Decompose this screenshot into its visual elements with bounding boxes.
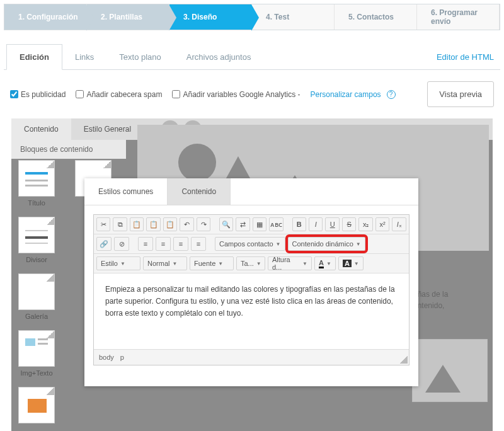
subtabs: Edición Links Texto plano Archivos adjun… xyxy=(4,44,500,70)
path-body[interactable]: body xyxy=(99,353,114,361)
help-icon[interactable]: ? xyxy=(387,90,396,99)
wizard-step-design[interactable]: 3. Diseño xyxy=(169,4,252,30)
block-divisor[interactable]: Divisor xyxy=(16,217,57,263)
check-es-publicidad-input[interactable] xyxy=(10,90,18,98)
bg-color-dropdown[interactable]: A▼ xyxy=(338,256,364,270)
link-personalizar-campos[interactable]: Personalizar campos xyxy=(311,90,381,99)
format-dropdown[interactable]: Normal▼ xyxy=(143,256,187,270)
subtab-texto-plano[interactable]: Texto plano xyxy=(106,45,174,69)
image-placeholder-small-icon xyxy=(412,339,488,402)
toolbar: ✂ ⧉ 📋 📋 📋 ↶ ↷ 🔍 ⇄ ▦ ᴀʙᴄ B I U S x₂ x² Iₓ… xyxy=(93,214,410,365)
wizard-step-templates[interactable]: 2. Plantillas xyxy=(87,4,169,30)
element-path: body p xyxy=(94,349,409,365)
options-row: Es publicidad Añadir cabecera spam Añadi… xyxy=(0,70,504,115)
editor-dialog: Estilos comunes Contenido ✂ ⧉ 📋 📋 📋 ↶ ↷ … xyxy=(84,178,418,386)
block-titulo[interactable]: Título xyxy=(16,160,57,207)
fuente-dropdown[interactable]: Fuente▼ xyxy=(190,256,234,270)
strike-icon[interactable]: S xyxy=(342,217,356,231)
wizard-step-config[interactable]: 1. Configuración xyxy=(4,4,87,30)
shell-tab-estilo[interactable]: Estilo General xyxy=(71,118,144,140)
link-editor-html[interactable]: Editor de HTML xyxy=(430,45,500,69)
paste-text-icon[interactable]: 📋 xyxy=(146,217,160,231)
italic-icon[interactable]: I xyxy=(309,217,323,231)
align-left-icon[interactable]: ≡ xyxy=(138,237,153,251)
clear-icon[interactable]: Iₓ xyxy=(392,217,406,231)
cut-icon[interactable]: ✂ xyxy=(96,217,110,231)
replace-icon[interactable]: ⇄ xyxy=(236,217,249,231)
subtab-links[interactable]: Links xyxy=(62,45,106,69)
paste-word-icon[interactable]: 📋 xyxy=(163,217,177,231)
selectall-icon[interactable]: ▦ xyxy=(253,217,266,231)
dialog-tabs: Estilos comunes Contenido xyxy=(84,178,418,205)
check-ga[interactable]: Añadir variables Google Analytics - xyxy=(172,90,300,99)
block-img-texto[interactable]: Img+Texto xyxy=(16,330,57,377)
align-center-icon[interactable]: ≡ xyxy=(156,237,171,251)
redo-icon[interactable]: ↷ xyxy=(197,217,210,231)
text-color-dropdown[interactable]: A▼ xyxy=(314,256,336,270)
check-spam-input[interactable] xyxy=(76,90,84,98)
dialog-tab-estilos[interactable]: Estilos comunes xyxy=(84,178,168,205)
paste-icon[interactable]: 📋 xyxy=(130,217,144,231)
editor-body[interactable]: Empieza a personalizar tu mail editando … xyxy=(94,273,409,349)
block-unknown[interactable] xyxy=(16,387,57,423)
preview-button[interactable]: Vista previa xyxy=(427,81,494,107)
bold-icon[interactable]: B xyxy=(292,217,306,231)
check-spam[interactable]: Añadir cabecera spam xyxy=(76,90,162,99)
check-es-publicidad[interactable]: Es publicidad xyxy=(10,90,66,99)
find-icon[interactable]: 🔍 xyxy=(219,217,233,231)
copy-icon[interactable]: ⧉ xyxy=(113,217,127,231)
check-ga-input[interactable] xyxy=(172,90,180,98)
campos-contacto-dropdown[interactable]: Campos contacto▼ xyxy=(215,237,285,251)
removeformat-icon[interactable]: ᴀʙᴄ xyxy=(269,217,283,231)
sub-icon[interactable]: x₂ xyxy=(358,217,372,231)
unlink-icon[interactable]: ⊘ xyxy=(114,237,129,251)
sup-icon[interactable]: x² xyxy=(375,217,389,231)
path-p[interactable]: p xyxy=(120,353,124,361)
estilo-dropdown[interactable]: Estilo▼ xyxy=(96,256,140,270)
dialog-tab-contenido[interactable]: Contenido xyxy=(168,178,231,205)
align-justify-icon[interactable]: ≡ xyxy=(191,237,206,251)
tam-dropdown[interactable]: Ta...▼ xyxy=(236,256,265,270)
underline-icon[interactable]: U xyxy=(325,217,339,231)
wizard-step-test[interactable]: 4. Test xyxy=(252,4,335,30)
resize-grip-icon[interactable] xyxy=(400,356,408,364)
wizard-step-schedule[interactable]: 6. Programar envío xyxy=(417,4,500,30)
undo-icon[interactable]: ↶ xyxy=(180,217,193,231)
wizard-steps: 1. Configuración 2. Plantillas 3. Diseño… xyxy=(4,4,500,30)
altura-dropdown[interactable]: Altura d...▼ xyxy=(268,256,312,270)
block-galeria[interactable]: Galería xyxy=(16,273,57,320)
contenido-dinamico-dropdown[interactable]: Contenido dinámico▼ xyxy=(288,237,365,251)
align-right-icon[interactable]: ≡ xyxy=(173,237,188,251)
link-icon[interactable]: 🔗 xyxy=(96,237,112,251)
subtab-adjuntos[interactable]: Archivos adjuntos xyxy=(174,45,264,69)
shell-tab-contenido[interactable]: Contenido xyxy=(11,118,71,140)
subtab-edicion[interactable]: Edición xyxy=(6,44,62,70)
wizard-step-contacts[interactable]: 5. Contactos xyxy=(335,4,417,30)
